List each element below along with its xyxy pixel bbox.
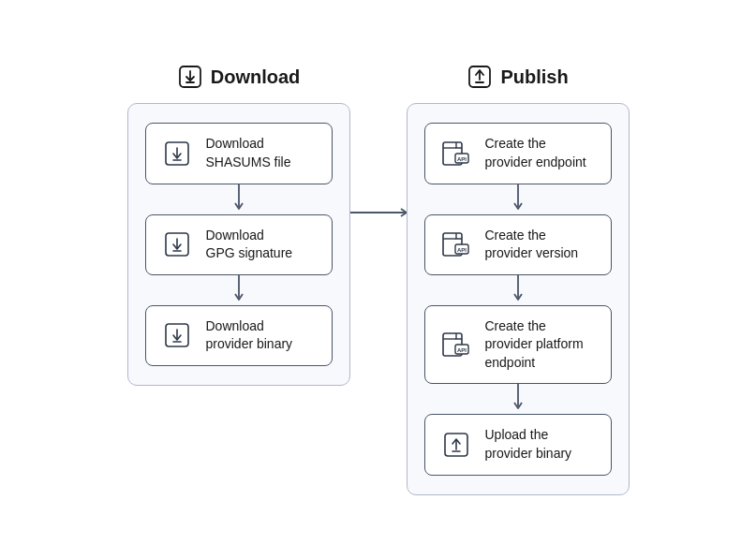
svg-text:API: API: [457, 247, 467, 253]
step-provider-binary-dl: Downloadprovider binary: [145, 305, 333, 366]
download-header-label: Download: [211, 66, 301, 88]
download-box: DownloadSHASUMS file: [127, 103, 350, 386]
step-create-platform-label: Create theprovider platformendpoint: [485, 317, 584, 373]
download-header-icon: [177, 64, 203, 90]
publish-header-label: Publish: [500, 66, 568, 88]
step-shasums: DownloadSHASUMS file: [145, 123, 333, 184]
step-gpg: DownloadGPG signature: [145, 214, 333, 275]
step-provider-binary-dl-label: Downloadprovider binary: [206, 317, 293, 354]
step-create-platform: API Create theprovider platformendpoint: [424, 305, 612, 385]
download-icon-1: [161, 138, 193, 169]
publish-section: Publish API Create theprovider endpo: [407, 64, 630, 494]
download-icon-2: [161, 228, 193, 260]
step-create-endpoint-label: Create theprovider endpoint: [485, 135, 586, 171]
upload-icon: [440, 429, 472, 461]
arrow-down-p3: [510, 384, 526, 414]
step-gpg-label: DownloadGPG signature: [206, 227, 293, 263]
arrow-down-2: [230, 275, 247, 305]
download-icon-3: [161, 319, 193, 351]
download-header: Download: [177, 64, 301, 90]
publish-header-icon: [467, 64, 493, 90]
api-icon-3: API: [440, 329, 472, 360]
api-icon-2: API: [440, 228, 472, 260]
diagram-main: Download DownloadSHASUMS file: [127, 64, 630, 494]
publish-box: API Create theprovider endpoint: [407, 103, 630, 494]
diagram-container: Download DownloadSHASUMS file: [109, 45, 648, 513]
step-create-endpoint: API Create theprovider endpoint: [424, 123, 612, 184]
svg-text:API: API: [457, 347, 467, 353]
download-section: Download DownloadSHASUMS file: [127, 64, 350, 386]
horizontal-arrow: [350, 64, 407, 251]
publish-header: Publish: [467, 64, 568, 90]
step-upload-binary: Upload theprovider binary: [424, 414, 612, 475]
step-create-version-label: Create theprovider version: [485, 227, 579, 263]
step-shasums-label: DownloadSHASUMS file: [206, 135, 291, 171]
step-create-version: API Create theprovider version: [424, 214, 612, 275]
arrow-down-1: [230, 184, 247, 214]
arrow-down-p2: [510, 275, 526, 305]
svg-text:API: API: [457, 156, 467, 162]
api-icon-1: API: [440, 138, 472, 169]
arrow-down-p1: [510, 184, 526, 214]
step-upload-binary-label: Upload theprovider binary: [485, 426, 572, 463]
